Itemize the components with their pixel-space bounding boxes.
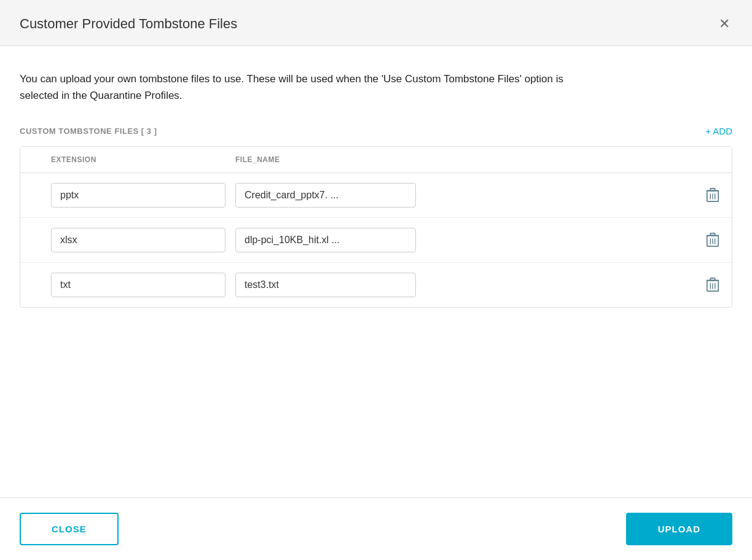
files-table: EXTENSION FILE_NAME	[20, 146, 732, 308]
delete-button-3[interactable]	[706, 278, 719, 292]
filename-cell-3	[235, 273, 426, 297]
extension-cell-1	[51, 183, 235, 208]
trash-icon-3	[706, 278, 719, 292]
svg-rect-2	[710, 189, 715, 191]
filename-cell-2	[235, 228, 426, 252]
trash-icon-1	[706, 188, 719, 203]
table-header-row: EXTENSION FILE_NAME	[20, 147, 732, 173]
section-title: CUSTOM TOMBSTONE FILES [ 3 ]	[20, 126, 157, 136]
filename-cell-1	[235, 183, 426, 208]
upload-button[interactable]: UPLOAD	[626, 513, 732, 545]
filename-input-1[interactable]	[235, 183, 416, 208]
trash-icon-2	[706, 233, 719, 247]
delete-button-2[interactable]	[706, 233, 719, 247]
modal-footer: CLOSE UPLOAD	[0, 497, 752, 560]
svg-rect-8	[710, 233, 715, 236]
action-cell-2	[426, 233, 732, 247]
svg-rect-14	[710, 278, 715, 281]
delete-button-1[interactable]	[706, 188, 719, 203]
action-cell-1	[426, 188, 732, 203]
extension-input-3[interactable]	[51, 273, 225, 297]
filename-input-2[interactable]	[235, 228, 416, 252]
extension-input-2[interactable]	[51, 228, 225, 252]
add-button[interactable]: + ADD	[705, 126, 732, 136]
section-header: CUSTOM TOMBSTONE FILES [ 3 ] + ADD	[20, 126, 732, 136]
modal-body: You can upload your own tombstone files …	[0, 46, 752, 497]
extension-cell-3	[51, 273, 235, 297]
modal-header: Customer Provided Tombstone Files ✕	[0, 0, 752, 46]
description-text: You can upload your own tombstone files …	[20, 71, 573, 104]
extension-input-1[interactable]	[51, 183, 225, 208]
extension-cell-2	[51, 228, 235, 252]
table-row	[20, 218, 732, 263]
close-x-icon: ✕	[719, 16, 730, 31]
filename-column-header: FILE_NAME	[235, 155, 426, 164]
table-row	[20, 263, 732, 307]
action-cell-3	[426, 278, 732, 292]
extension-column-header: EXTENSION	[51, 155, 235, 164]
modal-container: Customer Provided Tombstone Files ✕ You …	[0, 0, 752, 560]
close-x-button[interactable]: ✕	[716, 15, 732, 33]
close-button[interactable]: CLOSE	[20, 513, 119, 545]
filename-input-3[interactable]	[235, 273, 416, 297]
table-row	[20, 173, 732, 218]
modal-title: Customer Provided Tombstone Files	[20, 16, 237, 32]
